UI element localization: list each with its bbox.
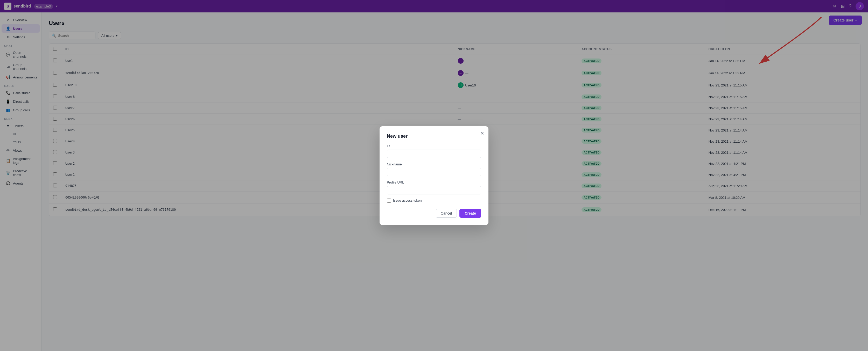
profile-url-label: Profile URL xyxy=(387,180,481,184)
create-button[interactable]: Create xyxy=(459,209,481,218)
profile-url-form-group: Profile URL xyxy=(387,180,481,195)
new-user-modal: New user ✕ ID Nickname Profile URL Issue… xyxy=(379,126,489,225)
nickname-label: Nickname xyxy=(387,162,481,166)
issue-access-token-checkbox[interactable] xyxy=(387,199,391,203)
modal-actions: Cancel Create xyxy=(387,209,481,218)
issue-access-token-row: Issue access token xyxy=(387,199,481,203)
modal-title: New user xyxy=(387,134,481,139)
cancel-button[interactable]: Cancel xyxy=(436,209,457,218)
modal-overlay[interactable]: New user ✕ ID Nickname Profile URL Issue… xyxy=(0,0,868,351)
nickname-form-group: Nickname xyxy=(387,162,481,176)
modal-close-button[interactable]: ✕ xyxy=(480,131,484,136)
id-form-group: ID xyxy=(387,144,481,158)
profile-url-input[interactable] xyxy=(387,186,481,195)
issue-access-token-label: Issue access token xyxy=(393,199,422,202)
id-label: ID xyxy=(387,144,481,148)
nickname-input[interactable] xyxy=(387,168,481,176)
id-input[interactable] xyxy=(387,150,481,158)
